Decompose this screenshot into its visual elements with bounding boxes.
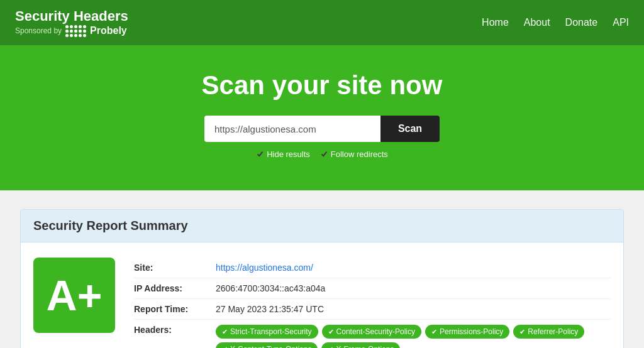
main-content: Security Report Summary A+ Site: https:/… xyxy=(0,190,644,348)
grade-value: A+ xyxy=(47,274,103,317)
ip-row: IP Address: 2606:4700:3034::ac43:a04a xyxy=(134,278,611,299)
follow-redirects-label[interactable]: Follow redirects xyxy=(320,150,388,159)
header-badge: ✔ Permissions-Policy xyxy=(425,325,509,339)
report-header: Security Report Summary xyxy=(21,210,623,242)
nav-links: Home About Donate API xyxy=(482,17,629,28)
header-badge: ✔ Referrer-Policy xyxy=(513,325,584,339)
header-badge: ✔ Content-Security-Policy xyxy=(322,325,421,339)
nav-about[interactable]: About xyxy=(524,17,550,28)
hero-section: Scan your site now Scan Hide results Fol… xyxy=(0,45,644,190)
follow-redirects-checkbox[interactable] xyxy=(320,150,328,158)
grade-box: A+ xyxy=(33,258,115,333)
sponsor-row: Sponsored by Probely xyxy=(15,25,128,37)
report-section-title: Security Report Summary xyxy=(33,219,188,232)
hero-title: Scan your site now xyxy=(13,70,631,101)
navbar: Security Headers Sponsored by Probely Ho… xyxy=(0,0,644,45)
report-body: A+ Site: https://algustionesa.com/ IP Ad… xyxy=(21,242,623,348)
headers-label: Headers: xyxy=(134,325,216,335)
nav-home[interactable]: Home xyxy=(482,17,509,28)
header-badge: ✔ X-Frame-Options xyxy=(321,342,400,348)
check-icon: ✔ xyxy=(519,328,525,336)
nav-donate[interactable]: Donate xyxy=(565,17,598,28)
ip-label: IP Address: xyxy=(134,283,216,293)
site-url[interactable]: https://algustionesa.com/ xyxy=(216,263,313,273)
headers-row: Headers: ✔ Strict-Transport-Security✔ Co… xyxy=(134,320,611,348)
check-icon: ✔ xyxy=(222,328,228,336)
check-icon: ✔ xyxy=(328,345,333,349)
probely-dots-icon xyxy=(65,25,86,37)
site-title: Security Headers xyxy=(15,8,128,24)
options-row: Hide results Follow redirects xyxy=(13,150,631,159)
sponsor-name: Probely xyxy=(90,25,127,36)
check-icon: ✔ xyxy=(222,345,228,349)
site-label: Site: xyxy=(134,263,216,273)
report-time-label: Report Time: xyxy=(134,304,216,314)
url-input[interactable] xyxy=(204,116,380,142)
report-time-row: Report Time: 27 May 2023 21:35:47 UTC xyxy=(134,299,611,320)
check-icon: ✔ xyxy=(328,328,334,336)
hide-results-text: Hide results xyxy=(267,150,310,159)
search-row: Scan xyxy=(13,116,631,142)
hide-results-label[interactable]: Hide results xyxy=(256,150,310,159)
ip-value: 2606:4700:3034::ac43:a04a xyxy=(216,283,325,293)
scan-button[interactable]: Scan xyxy=(380,116,440,142)
nav-brand: Security Headers Sponsored by Probely xyxy=(15,8,128,36)
sponsor-label: Sponsored by xyxy=(15,26,62,35)
report-card: Security Report Summary A+ Site: https:/… xyxy=(20,209,624,348)
report-time-value: 27 May 2023 21:35:47 UTC xyxy=(216,304,324,314)
header-badge: ✔ Strict-Transport-Security xyxy=(216,325,318,339)
nav-api[interactable]: API xyxy=(613,17,629,28)
report-details: Site: https://algustionesa.com/ IP Addre… xyxy=(134,258,611,348)
check-icon: ✔ xyxy=(431,328,437,336)
follow-redirects-text: Follow redirects xyxy=(331,150,388,159)
hide-results-checkbox[interactable] xyxy=(256,150,264,158)
site-row: Site: https://algustionesa.com/ xyxy=(134,258,611,278)
headers-badges: ✔ Strict-Transport-Security✔ Content-Sec… xyxy=(216,325,611,348)
header-badge: ✔ X-Content-Type-Options xyxy=(216,342,318,348)
